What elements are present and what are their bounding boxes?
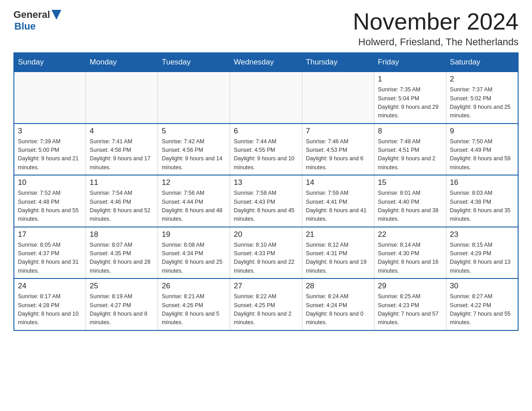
day-info: Sunrise: 7:54 AMSunset: 4:46 PMDaylight:… <box>90 189 154 224</box>
day-number: 18 <box>90 230 154 239</box>
calendar-cell: 15Sunrise: 8:01 AMSunset: 4:40 PMDayligh… <box>374 175 446 227</box>
logo-block: General Blue <box>13 9 61 32</box>
calendar-cell: 17Sunrise: 8:05 AMSunset: 4:37 PMDayligh… <box>14 227 86 279</box>
day-info: Sunrise: 8:22 AMSunset: 4:25 PMDaylight:… <box>234 292 298 327</box>
day-info: Sunrise: 7:59 AMSunset: 4:41 PMDaylight:… <box>306 189 370 224</box>
day-info: Sunrise: 7:56 AMSunset: 4:44 PMDaylight:… <box>162 189 226 224</box>
page-header: General Blue November 2024 Holwerd, Frie… <box>13 9 519 48</box>
day-info: Sunrise: 7:52 AMSunset: 4:48 PMDaylight:… <box>18 189 82 224</box>
calendar-cell: 10Sunrise: 7:52 AMSunset: 4:48 PMDayligh… <box>14 175 86 227</box>
day-info: Sunrise: 7:41 AMSunset: 4:58 PMDaylight:… <box>90 137 154 172</box>
day-info: Sunrise: 8:01 AMSunset: 4:40 PMDaylight:… <box>378 189 442 224</box>
day-number: 24 <box>18 282 82 291</box>
calendar-cell <box>302 72 374 124</box>
month-title: November 2024 <box>353 9 519 34</box>
day-info: Sunrise: 8:10 AMSunset: 4:33 PMDaylight:… <box>234 241 298 276</box>
calendar-cell: 12Sunrise: 7:56 AMSunset: 4:44 PMDayligh… <box>158 175 230 227</box>
calendar-table: SundayMondayTuesdayWednesdayThursdayFrid… <box>13 52 519 331</box>
calendar-body: 1Sunrise: 7:35 AMSunset: 5:04 PMDaylight… <box>14 72 518 330</box>
day-number: 27 <box>234 282 298 291</box>
calendar-cell: 11Sunrise: 7:54 AMSunset: 4:46 PMDayligh… <box>86 175 158 227</box>
calendar-cell: 5Sunrise: 7:42 AMSunset: 4:56 PMDaylight… <box>158 124 230 176</box>
day-info: Sunrise: 7:35 AMSunset: 5:04 PMDaylight:… <box>378 86 442 120</box>
day-number: 21 <box>306 230 370 239</box>
calendar-cell: 14Sunrise: 7:59 AMSunset: 4:41 PMDayligh… <box>302 175 374 227</box>
calendar-week-row: 17Sunrise: 8:05 AMSunset: 4:37 PMDayligh… <box>14 227 518 279</box>
calendar-cell: 16Sunrise: 8:03 AMSunset: 4:38 PMDayligh… <box>446 175 518 227</box>
day-info: Sunrise: 7:44 AMSunset: 4:55 PMDaylight:… <box>234 137 298 172</box>
calendar-header: SundayMondayTuesdayWednesdayThursdayFrid… <box>14 53 518 72</box>
day-number: 17 <box>18 230 82 239</box>
weekday-header-row: SundayMondayTuesdayWednesdayThursdayFrid… <box>14 53 518 72</box>
title-block: November 2024 Holwerd, Friesland, The Ne… <box>353 9 519 48</box>
day-number: 1 <box>378 75 442 84</box>
day-info: Sunrise: 7:39 AMSunset: 5:00 PMDaylight:… <box>18 137 82 172</box>
day-number: 12 <box>162 178 226 187</box>
logo-general-text: General <box>13 9 50 21</box>
calendar-cell: 24Sunrise: 8:17 AMSunset: 4:28 PMDayligh… <box>14 278 86 330</box>
calendar-cell: 4Sunrise: 7:41 AMSunset: 4:58 PMDaylight… <box>86 124 158 176</box>
weekday-header-tuesday: Tuesday <box>158 53 230 72</box>
day-number: 16 <box>450 178 514 187</box>
calendar-cell <box>158 72 230 124</box>
weekday-header-friday: Friday <box>374 53 446 72</box>
calendar-cell: 21Sunrise: 8:12 AMSunset: 4:31 PMDayligh… <box>302 227 374 279</box>
calendar-cell: 30Sunrise: 8:27 AMSunset: 4:22 PMDayligh… <box>446 278 518 330</box>
svg-marker-0 <box>51 10 61 20</box>
day-number: 5 <box>162 127 226 136</box>
calendar-cell: 18Sunrise: 8:07 AMSunset: 4:35 PMDayligh… <box>86 227 158 279</box>
calendar-week-row: 3Sunrise: 7:39 AMSunset: 5:00 PMDaylight… <box>14 124 518 176</box>
day-number: 13 <box>234 178 298 187</box>
calendar-cell: 13Sunrise: 7:58 AMSunset: 4:43 PMDayligh… <box>230 175 302 227</box>
calendar-cell <box>14 72 86 124</box>
day-info: Sunrise: 8:21 AMSunset: 4:26 PMDaylight:… <box>162 292 226 327</box>
calendar-cell: 27Sunrise: 8:22 AMSunset: 4:25 PMDayligh… <box>230 278 302 330</box>
day-info: Sunrise: 8:05 AMSunset: 4:37 PMDaylight:… <box>18 241 82 276</box>
calendar-cell <box>230 72 302 124</box>
day-number: 28 <box>306 282 370 291</box>
logo-blue-text: Blue <box>14 21 36 32</box>
weekday-header-sunday: Sunday <box>14 53 86 72</box>
day-info: Sunrise: 8:14 AMSunset: 4:30 PMDaylight:… <box>378 241 442 276</box>
day-info: Sunrise: 8:07 AMSunset: 4:35 PMDaylight:… <box>90 241 154 276</box>
calendar-cell: 23Sunrise: 8:15 AMSunset: 4:29 PMDayligh… <box>446 227 518 279</box>
weekday-header-thursday: Thursday <box>302 53 374 72</box>
calendar-cell: 6Sunrise: 7:44 AMSunset: 4:55 PMDaylight… <box>230 124 302 176</box>
day-info: Sunrise: 8:12 AMSunset: 4:31 PMDaylight:… <box>306 241 370 276</box>
day-number: 6 <box>234 127 298 136</box>
day-number: 30 <box>450 282 514 291</box>
day-number: 22 <box>378 230 442 239</box>
day-info: Sunrise: 8:03 AMSunset: 4:38 PMDaylight:… <box>450 189 514 224</box>
calendar-cell: 3Sunrise: 7:39 AMSunset: 5:00 PMDaylight… <box>14 124 86 176</box>
day-info: Sunrise: 8:15 AMSunset: 4:29 PMDaylight:… <box>450 241 514 276</box>
location-subtitle: Holwerd, Friesland, The Netherlands <box>353 36 519 48</box>
calendar-week-row: 1Sunrise: 7:35 AMSunset: 5:04 PMDaylight… <box>14 72 518 124</box>
day-number: 23 <box>450 230 514 239</box>
day-info: Sunrise: 8:19 AMSunset: 4:27 PMDaylight:… <box>90 292 154 327</box>
weekday-header-monday: Monday <box>86 53 158 72</box>
day-info: Sunrise: 7:58 AMSunset: 4:43 PMDaylight:… <box>234 189 298 224</box>
calendar-cell: 28Sunrise: 8:24 AMSunset: 4:24 PMDayligh… <box>302 278 374 330</box>
day-number: 7 <box>306 127 370 136</box>
calendar-cell: 26Sunrise: 8:21 AMSunset: 4:26 PMDayligh… <box>158 278 230 330</box>
day-number: 29 <box>378 282 442 291</box>
calendar-week-row: 24Sunrise: 8:17 AMSunset: 4:28 PMDayligh… <box>14 278 518 330</box>
day-number: 15 <box>378 178 442 187</box>
day-number: 25 <box>90 282 154 291</box>
logo: General Blue <box>13 9 61 32</box>
day-info: Sunrise: 8:27 AMSunset: 4:22 PMDaylight:… <box>450 292 514 327</box>
day-number: 14 <box>306 178 370 187</box>
day-number: 10 <box>18 178 82 187</box>
day-info: Sunrise: 8:24 AMSunset: 4:24 PMDaylight:… <box>306 292 370 327</box>
weekday-header-wednesday: Wednesday <box>230 53 302 72</box>
calendar-cell: 22Sunrise: 8:14 AMSunset: 4:30 PMDayligh… <box>374 227 446 279</box>
calendar-cell: 8Sunrise: 7:48 AMSunset: 4:51 PMDaylight… <box>374 124 446 176</box>
day-number: 4 <box>90 127 154 136</box>
day-info: Sunrise: 7:48 AMSunset: 4:51 PMDaylight:… <box>378 137 442 172</box>
day-info: Sunrise: 7:42 AMSunset: 4:56 PMDaylight:… <box>162 137 226 172</box>
day-number: 3 <box>18 127 82 136</box>
calendar-cell: 29Sunrise: 8:25 AMSunset: 4:23 PMDayligh… <box>374 278 446 330</box>
day-info: Sunrise: 7:50 AMSunset: 4:49 PMDaylight:… <box>450 137 514 172</box>
day-number: 19 <box>162 230 226 239</box>
calendar-cell: 25Sunrise: 8:19 AMSunset: 4:27 PMDayligh… <box>86 278 158 330</box>
